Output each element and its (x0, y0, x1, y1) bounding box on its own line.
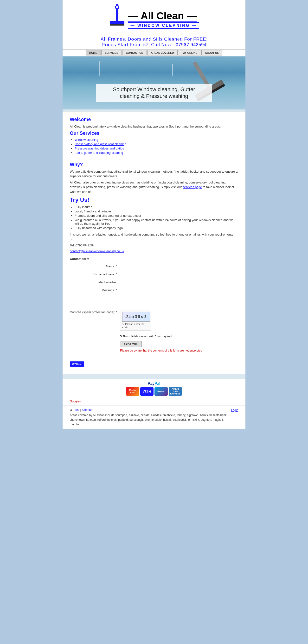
services-heading: Our Services (70, 130, 238, 136)
login-link[interactable]: Login (231, 408, 238, 412)
send-form-button[interactable]: Send form (120, 341, 142, 347)
contact-form-heading: Contact form (70, 256, 238, 261)
tel-input[interactable] (120, 280, 197, 286)
try-item-3: Frames, doors and sills cleaned at no ex… (75, 214, 238, 218)
try-item-4: We guarantee all our work, if you are no… (75, 218, 238, 226)
googleplus-section: Google+ (63, 398, 245, 406)
try-list: Fully insured Local, friendly and reliab… (75, 205, 238, 230)
nav-services[interactable]: SERVICES (101, 50, 122, 56)
service-item-2[interactable]: Conservatory and glass roof cleaning (75, 142, 126, 146)
navigation: HOME SERVICES CONTACT US AREAS COVERED P… (63, 50, 245, 56)
tagline-1: All Frames, Doors and Sills Cleaned For … (63, 36, 245, 42)
print-icon: 🖨 (70, 408, 73, 412)
nav-areas-covered[interactable]: AREAS COVERED (147, 50, 177, 56)
tagline-2: Prices Start From £7, Call Now - 07967 9… (63, 42, 245, 48)
hero-banner: Southport Window cleaning, Gutter cleani… (63, 56, 245, 110)
try-heading: Try Us! (70, 196, 238, 203)
nav-about-us[interactable]: ABOUT US (201, 50, 222, 56)
encrypted-warning: Please be aware that the contents of thi… (120, 348, 237, 353)
tel-label: Telephone/fax: (70, 279, 119, 287)
svg-rect-2 (110, 24, 124, 26)
service-item-1[interactable]: Window cleaning (75, 138, 98, 142)
footer: 🖨 Print | Sitemap Areas covered by All C… (63, 406, 245, 430)
visa-logo: VISA (140, 387, 154, 396)
paypal-logo: PayPal (65, 382, 243, 386)
logo-title: — All Clean — (128, 10, 197, 22)
why-para1: We are a flexible company that utilise t… (70, 169, 238, 179)
counter-value: 02049 (70, 362, 84, 367)
name-label: Name: * (70, 263, 119, 271)
email-label: E-mail address: * (70, 271, 119, 279)
logo-icon (109, 4, 128, 34)
try-item-2: Local, friendly and reliable (75, 210, 238, 213)
captcha-label: Captcha (spam protection code): * (70, 309, 119, 332)
why-para2: All Clean also offer other cleaning serv… (70, 180, 238, 194)
mastercard-logo: MasterCard (126, 387, 139, 396)
main-content: Welcome All Clean is predominately a win… (63, 112, 245, 374)
footer-areas: Areas covered by All Clean include south… (70, 413, 231, 427)
email-input[interactable] (120, 272, 197, 278)
try-item-1: Fully insured (75, 205, 238, 209)
contact-form-section: Contact form Name: * E-mail address: * T… (70, 256, 238, 367)
message-textarea[interactable] (120, 288, 197, 307)
services-page-link[interactable]: services page (183, 185, 202, 189)
services-section: Our Services Window cleaning Conservator… (70, 130, 238, 154)
name-input[interactable] (120, 264, 197, 270)
try-item-5: Fully uniformed with company logo (75, 226, 238, 230)
hit-counter: 02049 (70, 358, 238, 367)
footer-right: Login (231, 408, 238, 412)
sitemap-link[interactable]: Sitemap (82, 408, 92, 412)
try-email-link[interactable]: contact@allcleanwindowcleaning.co.uk (70, 249, 124, 253)
service-item-3[interactable]: Pressure washing drives and patios (75, 146, 124, 150)
footer-left: 🖨 Print | Sitemap Areas covered by All C… (70, 408, 231, 427)
nav-pay-online[interactable]: PAY ONLINE (178, 50, 201, 56)
svg-point-4 (116, 6, 118, 8)
amex-logo: AMERICANEXPRESS (169, 387, 182, 396)
svg-rect-1 (110, 21, 124, 24)
logo-subtitle: — WINDOW CLEANING — (128, 22, 199, 29)
why-section: Why? We are a flexible company that util… (70, 162, 238, 194)
try-short-text: In short; we run a reliable, honest, and… (70, 232, 238, 242)
maestro-logo: Maestro (154, 387, 168, 396)
captcha-image: Jza38s1 (122, 312, 150, 322)
services-list: Window cleaning Conservatory and glass r… (75, 138, 238, 154)
welcome-text: All Clean is predominately a window clea… (70, 124, 238, 129)
required-note: ✎ Note: Fields marked with * are require… (120, 334, 237, 338)
nav-contact-us[interactable]: CONTACT US (122, 50, 147, 56)
contact-form-table: Name: * E-mail address: * Telephone/fax:… (70, 263, 238, 355)
captcha-placeholder: ↻ Please enter the code (122, 322, 149, 329)
try-tel: Tel: 07967942594 (70, 243, 238, 248)
nav-home[interactable]: HOME (86, 50, 101, 56)
captcha-box: Jza38s1 ↻ Please enter the code (120, 310, 151, 331)
payment-cards: MasterCard VISA Maestro AMERICANEXPRESS (65, 387, 243, 396)
welcome-section: Welcome All Clean is predominately a win… (70, 117, 238, 129)
payment-section: PayPal MasterCard VISA Maestro AMERICANE… (63, 379, 245, 398)
hero-text-box: Southport Window cleaning, Gutter cleani… (96, 84, 212, 102)
why-heading: Why? (70, 162, 238, 167)
googleplus-link[interactable]: Google+ (70, 400, 81, 403)
hero-heading: Southport Window cleaning, Gutter cleani… (104, 86, 204, 100)
welcome-heading: Welcome (70, 117, 238, 122)
print-link[interactable]: Print (73, 408, 79, 412)
try-section: Try Us! Fully insured Local, friendly an… (70, 196, 238, 253)
message-label: Message: * (70, 287, 119, 309)
service-item-4[interactable]: Facia, gutter and cladding cleaning (75, 151, 123, 154)
